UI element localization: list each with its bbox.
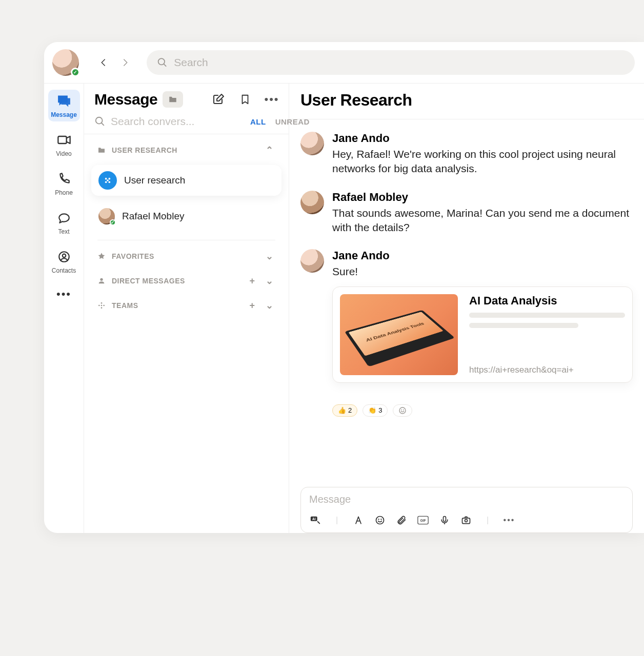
svg-line-1 (164, 64, 166, 66)
message-author: Jane Ando (332, 249, 633, 262)
avatar (98, 208, 115, 224)
rail-item-message[interactable]: Message (48, 90, 80, 121)
rail-item-contacts[interactable]: Contacts (48, 245, 80, 277)
global-search-input[interactable] (174, 56, 625, 69)
svg-rect-29 (444, 517, 446, 522)
smile-icon (375, 515, 385, 525)
app-window: Message Video Phone Text (44, 42, 644, 533)
conversation-item-user-research[interactable]: User research (91, 165, 281, 196)
status-online-icon (71, 68, 80, 77)
current-user-avatar[interactable] (52, 49, 79, 76)
reaction-thumbs-up[interactable]: 👍 2 (332, 404, 357, 417)
chevron-down-icon[interactable]: ⌄ (264, 300, 275, 311)
folder-icon (168, 95, 177, 104)
reaction-emoji: 👍 (338, 406, 346, 414)
avatar[interactable] (300, 249, 324, 273)
composer-toolbar: AI | GIF (309, 514, 624, 526)
folder-button[interactable] (163, 91, 183, 108)
chevron-down-icon[interactable]: ⌄ (264, 275, 275, 286)
placeholder-line (469, 313, 625, 318)
svg-line-6 (102, 123, 104, 126)
section-label: USER RESEARCH (112, 146, 177, 154)
reaction-clap[interactable]: 👏 3 (363, 404, 388, 417)
add-button[interactable]: + (247, 276, 258, 286)
nav-forward-button[interactable] (119, 56, 131, 69)
smile-plus-icon (398, 406, 407, 415)
rail-label: Contacts (52, 267, 76, 274)
more-icon: ••• (504, 516, 515, 525)
section-direct-messages: DIRECT MESSAGES + ⌄ (84, 265, 289, 290)
add-reaction-button[interactable] (393, 404, 412, 417)
rail-item-video[interactable]: Video (48, 129, 80, 160)
rail-item-text[interactable]: Text (48, 207, 80, 238)
section-label: DIRECT MESSAGES (112, 277, 185, 285)
rail-item-phone[interactable]: Phone (48, 168, 80, 199)
rail-label: Phone (55, 189, 73, 196)
section-header[interactable]: TEAMS + ⌄ (97, 300, 275, 311)
chevron-up-icon[interactable]: ⌃ (264, 145, 275, 156)
svg-point-24 (376, 517, 384, 524)
attachment-meta: AI Data Analysis https://ai+research&oq=… (469, 294, 625, 375)
svg-point-10 (105, 181, 107, 183)
conversation-item-label: User research (124, 175, 185, 186)
message: Jane Ando Hey, Rafael! We're working on … (300, 132, 633, 176)
global-search[interactable] (147, 50, 635, 75)
ai-icon: AI (310, 515, 321, 526)
message-input[interactable] (309, 494, 624, 508)
svg-rect-2 (58, 136, 66, 144)
mic-icon (439, 515, 450, 525)
attachment-card[interactable]: AI Data Analysis Tools AI Data Analysis … (332, 286, 633, 383)
avatar[interactable] (300, 191, 324, 214)
chevron-down-icon[interactable]: ⌄ (264, 251, 275, 262)
ai-button[interactable]: AI (309, 514, 321, 526)
filter-all[interactable]: ALL (250, 117, 266, 126)
search-icon (157, 57, 168, 68)
attachment-title: AI Data Analysis (469, 294, 625, 308)
mic-button[interactable] (438, 514, 451, 526)
svg-point-20 (401, 409, 402, 410)
svg-point-17 (101, 307, 103, 309)
message: Jane Ando Sure! AI Data Analysis Tools A… (300, 249, 633, 382)
composer-more-button[interactable]: ••• (503, 514, 515, 526)
reaction-emoji: 👏 (368, 406, 376, 414)
format-button[interactable] (352, 514, 365, 526)
reaction-count: 2 (348, 406, 352, 414)
format-icon (353, 515, 364, 525)
svg-point-26 (381, 519, 381, 520)
compose-button[interactable] (212, 93, 225, 106)
paperclip-icon (396, 515, 407, 525)
rail-label: Text (58, 228, 69, 235)
conversation-item-rafael[interactable]: Rafael Mobley (91, 202, 281, 231)
add-button[interactable]: + (247, 300, 258, 311)
svg-point-14 (101, 302, 103, 304)
attach-button[interactable] (395, 514, 408, 526)
person-icon (97, 277, 106, 285)
camera-button[interactable] (460, 514, 472, 526)
more-icon: ••• (264, 93, 279, 106)
section-header[interactable]: FAVORITES ⌄ (97, 251, 275, 262)
section-header[interactable]: USER RESEARCH ⌃ (97, 145, 275, 156)
star-icon (97, 252, 106, 260)
avatar[interactable] (300, 132, 324, 155)
section-header[interactable]: DIRECT MESSAGES + ⌄ (97, 275, 275, 286)
svg-point-11 (109, 181, 111, 183)
svg-text:GIF: GIF (420, 519, 426, 522)
phone-icon (56, 171, 72, 187)
nav-back-button[interactable] (97, 56, 110, 69)
svg-point-25 (378, 519, 379, 520)
folder-icon (97, 146, 106, 154)
attachment-thumbnail: AI Data Analysis Tools (340, 294, 458, 375)
rail-more-button[interactable]: ••• (56, 288, 71, 301)
gif-button[interactable]: GIF (417, 514, 429, 526)
panel-more-button[interactable]: ••• (265, 93, 278, 106)
bookmark-button[interactable] (238, 93, 252, 106)
conversation-header: Message ••• (84, 91, 289, 108)
svg-point-12 (107, 179, 109, 181)
message-author: Jane Ando (332, 132, 633, 145)
svg-point-19 (399, 407, 406, 414)
emoji-button[interactable] (374, 514, 386, 526)
conversation-search-input[interactable] (111, 115, 245, 128)
svg-point-13 (100, 278, 103, 281)
svg-point-18 (101, 305, 103, 306)
svg-point-9 (109, 178, 111, 180)
